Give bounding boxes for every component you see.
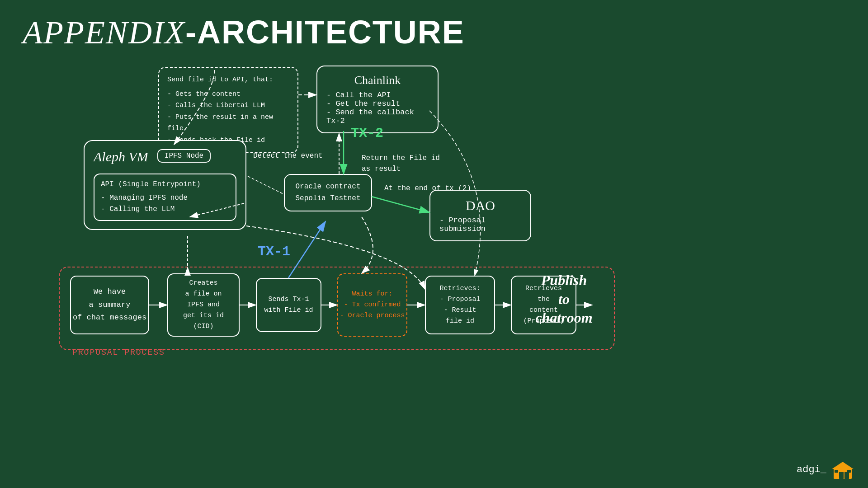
detect-event-label: Detect the event: [253, 152, 323, 160]
svg-line-7: [372, 197, 429, 212]
publish-box: Publishtochatroom: [522, 271, 606, 328]
adgi-logo: adgi_: [797, 460, 854, 479]
proposal-label: PROPOSAL PROCESS: [72, 348, 165, 357]
api-title: API (Single Entrypoint): [101, 179, 229, 191]
adgi-text: adgi_: [797, 464, 826, 475]
oracle-line2: Sepolia Testnet: [292, 193, 364, 205]
dao-line: - Proposal submission: [439, 216, 521, 233]
return-file-label: Return the File idas result: [362, 153, 440, 174]
chainlink-line2: - Get the result: [326, 99, 429, 108]
chainlink-line1: - Call the API: [326, 91, 429, 99]
api-line2: - Calling the LLM: [101, 204, 229, 216]
api-line1: - Managing IPFS node: [101, 192, 229, 204]
proc-box-1: We havea summaryof chat messages: [70, 276, 149, 334]
svg-rect-23: [835, 470, 838, 473]
proc-box-3: Sends Tx-1with File id: [256, 278, 321, 332]
title-italic: APPENDIX: [23, 14, 185, 51]
svg-marker-20: [832, 462, 854, 469]
title-bold: -ARCHITECTURE: [185, 14, 465, 50]
chainlink-line3: - Send the callback Tx-2: [326, 108, 429, 125]
svg-rect-22: [844, 472, 849, 479]
svg-line-8: [248, 176, 284, 194]
callout-line1: - Gets the content: [167, 89, 289, 100]
dao-title: DAO: [439, 198, 521, 213]
callout-title: Send file id to API, that:: [167, 74, 289, 86]
callout-line2: - Calls the Libertai LLM: [167, 100, 289, 112]
svg-rect-24: [847, 470, 851, 473]
oracle-line1: Oracle contract: [292, 181, 364, 193]
proc-box-2: Createsa file onIPFS andget its id(CID): [167, 273, 240, 337]
page-title: APPENDIX-ARCHITECTURE: [23, 14, 465, 52]
tx1-label: TX-1: [258, 244, 290, 259]
house-icon: [831, 460, 854, 479]
tx2-label: TX-2: [351, 126, 383, 141]
chainlink-title: Chainlink: [326, 74, 429, 87]
chainlink-box: Chainlink - Call the API - Get the resul…: [316, 66, 439, 133]
dao-box: DAO - Proposal submission: [429, 190, 531, 241]
svg-rect-21: [839, 472, 844, 479]
callout-line3: - Puts the result in a new file: [167, 112, 289, 135]
proc-box-4: Waits for:- Tx confirmed- Oracle process: [337, 273, 407, 337]
ipfs-badge: IPFS Node: [157, 149, 211, 163]
proc-box-5: Retrieves:- Proposal- Resultfile id: [425, 276, 495, 334]
aleph-vm-box: Aleph VM IPFS Node API (Single Entrypoin…: [84, 140, 246, 230]
oracle-box: Oracle contract Sepolia Testnet: [284, 174, 372, 211]
api-inner: API (Single Entrypoint) - Managing IPFS …: [94, 174, 236, 221]
aleph-title: Aleph VM: [94, 149, 148, 164]
